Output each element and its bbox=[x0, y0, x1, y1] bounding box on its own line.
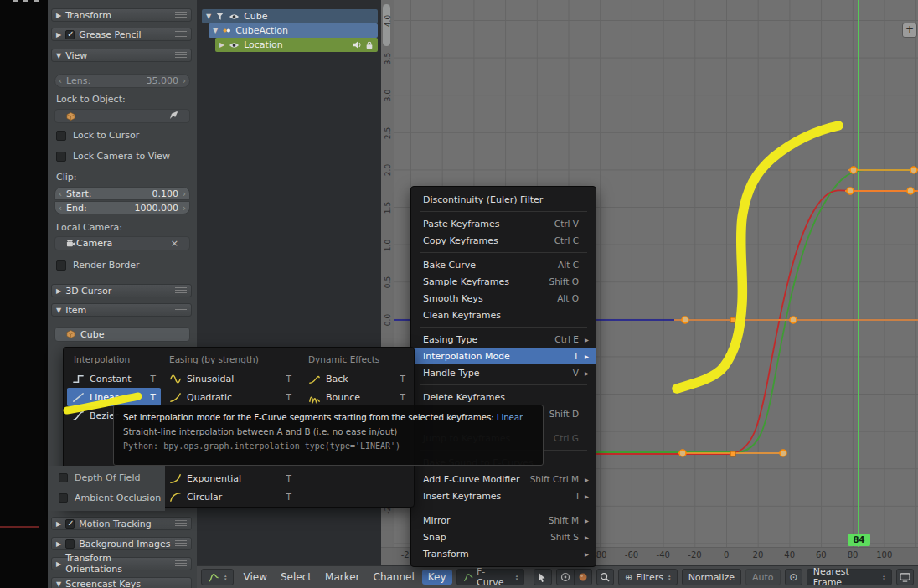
easing-menu-item[interactable]: CircularT bbox=[164, 487, 297, 506]
easing-menu-item[interactable]: SinusoidalT bbox=[164, 369, 297, 388]
menu-item[interactable]: Easing TypeCtrl E▸ bbox=[411, 331, 596, 348]
object-name-field[interactable]: Cube bbox=[54, 327, 190, 342]
menu-item[interactable]: Insert KeyframesI▸ bbox=[411, 487, 596, 504]
header-menu-item[interactable]: Select bbox=[275, 570, 317, 585]
lock-camera-row[interactable]: Lock Camera to View bbox=[56, 151, 170, 162]
interp-menu-item[interactable]: ConstantT bbox=[67, 369, 161, 388]
depth-of-field-row[interactable]: Depth Of Field bbox=[59, 472, 140, 483]
grip-icon[interactable] bbox=[175, 52, 187, 59]
grip-icon[interactable] bbox=[175, 12, 187, 19]
menu-item[interactable]: Paste KeyframesCtrl V bbox=[411, 215, 596, 232]
grip-icon[interactable] bbox=[175, 540, 187, 548]
pivot-point-button[interactable] bbox=[556, 569, 575, 585]
panel-transform[interactable]: ▶ Transform bbox=[51, 8, 192, 22]
render-border-row[interactable]: Render Border bbox=[56, 260, 140, 271]
slider-left-arrow-icon[interactable]: ‹ bbox=[59, 76, 62, 85]
menu-item[interactable]: Delete Keyframes bbox=[411, 389, 596, 405]
slider-right-arrow-icon[interactable]: › bbox=[183, 189, 186, 199]
ambient-occlusion-checkbox[interactable] bbox=[59, 493, 68, 503]
clip-start-slider[interactable]: ‹ Start: 0.100 › bbox=[54, 187, 190, 200]
proportional-edit-button[interactable] bbox=[574, 569, 592, 585]
menu-item[interactable]: Transform▸ bbox=[411, 545, 596, 562]
channel-object-label: Cube bbox=[244, 11, 267, 22]
lock-object-dropdown[interactable] bbox=[54, 109, 190, 123]
channel-row-object[interactable]: ▼ Cube bbox=[202, 9, 378, 23]
lock-icon[interactable] bbox=[365, 40, 374, 50]
ambient-occlusion-row[interactable]: Ambient Occlusion bbox=[59, 493, 161, 503]
local-camera-dropdown[interactable]: Camera × bbox=[54, 236, 190, 250]
motion-tracking-checkbox[interactable] bbox=[65, 519, 75, 529]
eye-icon[interactable] bbox=[229, 13, 240, 21]
lock-to-cursor-checkbox[interactable] bbox=[56, 131, 66, 141]
normalize-button[interactable]: Normalize bbox=[682, 569, 741, 585]
header-menu-item[interactable]: Key bbox=[422, 570, 452, 585]
fullscreen-button[interactable] bbox=[896, 569, 914, 585]
channel-row-location[interactable]: ▶ Location bbox=[215, 38, 378, 52]
interp-menu-item[interactable]: LinearT bbox=[67, 388, 161, 406]
lock-camera-checkbox[interactable] bbox=[56, 152, 66, 162]
grip-icon[interactable] bbox=[175, 31, 187, 39]
menu-item[interactable]: Discontinuity (Euler) Filter bbox=[411, 191, 596, 208]
lock-to-cursor-row[interactable]: Lock to Cursor bbox=[56, 130, 139, 141]
menu-item[interactable]: Clean Keyframes bbox=[411, 307, 596, 323]
render-border-checkbox[interactable] bbox=[56, 260, 66, 271]
menu-item[interactable]: Handle TypeV▸ bbox=[411, 364, 596, 381]
clear-x-icon[interactable]: × bbox=[171, 238, 178, 249]
slider-right-arrow-icon[interactable]: › bbox=[183, 204, 186, 213]
zoom-button[interactable] bbox=[596, 569, 614, 585]
auto-snap-dropdown[interactable]: Nearest Frame ▴▾ bbox=[807, 569, 892, 585]
menu-item[interactable]: Add F-Curve ModifierShift Ctrl M▸ bbox=[411, 471, 596, 487]
depth-of-field-checkbox[interactable] bbox=[59, 473, 68, 482]
panel-item[interactable]: ▼ Item bbox=[51, 303, 192, 317]
menu-separator bbox=[420, 508, 587, 508]
slider-left-arrow-icon[interactable]: ‹ bbox=[59, 189, 62, 199]
eye-icon[interactable] bbox=[229, 41, 240, 49]
header-menu-item[interactable]: View bbox=[238, 570, 273, 585]
header-menu-item[interactable]: Marker bbox=[319, 570, 365, 585]
panel-screencast-keys[interactable]: ▼ Screencast Keys bbox=[51, 577, 192, 588]
slider-right-arrow-icon[interactable]: › bbox=[183, 76, 186, 85]
menu-item[interactable]: Bake CurveAlt C bbox=[411, 256, 596, 273]
menu-item[interactable]: Interpolation ModeT▸ bbox=[411, 348, 596, 364]
easing-menu-item[interactable]: ExponentialT bbox=[164, 469, 297, 487]
panel-motion-tracking[interactable]: ▶ Motion Tracking bbox=[51, 517, 192, 530]
slider-left-arrow-icon[interactable]: ‹ bbox=[59, 204, 62, 213]
editor-type-button[interactable]: ▴▾ bbox=[201, 569, 234, 585]
graph-editor-header: ▴▾ ViewSelectMarkerChannelKey F-Curve ▴▾… bbox=[197, 565, 918, 588]
panel-3d-cursor[interactable]: ▶ 3D Cursor bbox=[51, 284, 192, 297]
tweak-tool-button[interactable] bbox=[534, 569, 551, 585]
menu-item[interactable]: Copy KeyframesCtrl C bbox=[411, 232, 596, 249]
current-frame-badge[interactable]: 84 bbox=[848, 534, 870, 546]
grease-pencil-checkbox[interactable] bbox=[65, 30, 75, 39]
grip-icon[interactable] bbox=[175, 307, 187, 314]
expand-arrow-icon[interactable]: ▼ bbox=[213, 27, 218, 34]
panel-grease-pencil[interactable]: ▶ Grease Pencil bbox=[51, 28, 192, 41]
filters-button[interactable]: ⊕ Filters ▴▾ bbox=[618, 569, 678, 585]
grip-icon[interactable] bbox=[175, 287, 187, 295]
lens-slider[interactable]: ‹ Lens: 35.000 › bbox=[54, 74, 190, 88]
menu-item[interactable]: SnapShift S▸ bbox=[411, 529, 596, 545]
speaker-icon[interactable] bbox=[353, 40, 362, 49]
easing-menu-item[interactable]: QuadraticT bbox=[164, 388, 297, 406]
menu-item[interactable]: MirrorShift M▸ bbox=[411, 512, 596, 529]
clip-end-slider[interactable]: ‹ End: 1000.000 › bbox=[54, 201, 190, 214]
dynamic-menu-item[interactable]: BackT bbox=[303, 369, 410, 388]
dynamic-menu-item[interactable]: BounceT bbox=[303, 388, 410, 406]
background-images-checkbox[interactable] bbox=[65, 539, 75, 549]
panel-background-images[interactable]: ▶ Background Images bbox=[51, 537, 192, 550]
eyedropper-icon[interactable] bbox=[169, 111, 178, 122]
mode-dropdown[interactable]: F-Curve ▴▾ bbox=[456, 569, 525, 585]
expand-arrow-icon[interactable]: ▼ bbox=[206, 13, 211, 20]
panel-transform-orientations[interactable]: ▶ Transform Orientations bbox=[51, 557, 192, 570]
panel-view[interactable]: ▼ View bbox=[51, 49, 192, 62]
menu-item[interactable]: Smooth KeysAlt O bbox=[411, 290, 596, 307]
collapse-arrow-icon[interactable]: ▶ bbox=[219, 41, 224, 49]
region-expand-plus-button[interactable]: + bbox=[902, 23, 917, 38]
grip-icon[interactable] bbox=[175, 560, 187, 568]
channel-row-action[interactable]: ▼ CubeAction bbox=[209, 23, 378, 38]
header-menu-item[interactable]: Channel bbox=[368, 570, 420, 585]
auto-button[interactable]: Auto bbox=[745, 569, 781, 585]
grip-icon[interactable] bbox=[175, 520, 187, 528]
menu-item[interactable]: Sample KeyframesShift O bbox=[411, 273, 596, 290]
ghost-curves-button[interactable]: ⊙ bbox=[785, 569, 802, 585]
